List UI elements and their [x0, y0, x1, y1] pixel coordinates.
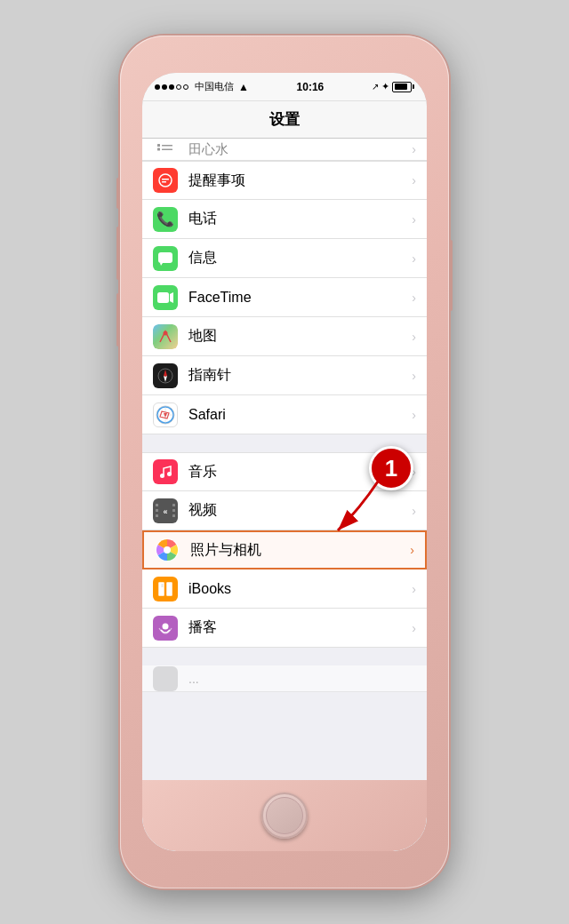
signal-dot-5 [183, 84, 188, 90]
settings-item-partial-bottom[interactable]: ... [142, 665, 427, 692]
settings-item-ibooks[interactable]: iBooks › [142, 570, 427, 609]
safari-icon-svg [156, 405, 175, 425]
settings-item-podcasts[interactable]: 播客 › [142, 609, 427, 648]
maps-chevron: › [412, 330, 416, 344]
settings-item-compass[interactable]: 指南针 › [142, 356, 427, 395]
settings-item-music[interactable]: 音乐 › [142, 452, 427, 491]
signal-dot-4 [176, 84, 181, 90]
list-icon-svg [156, 140, 174, 158]
videos-chevron: › [412, 504, 416, 518]
settings-item-photos[interactable]: 照片与相机 › [142, 530, 427, 570]
reminders-label: 提醒事项 [188, 171, 412, 190]
music-icon [153, 459, 178, 484]
partial-item[interactable]: 田心水 › [142, 139, 427, 161]
facetime-label: FaceTime [188, 290, 412, 306]
settings-group-1: 提醒事项 › 📞 电话 › [142, 161, 427, 434]
navigation-bar: 设置 [142, 101, 427, 139]
settings-item-messages[interactable]: 信息 › [142, 239, 427, 278]
svg-rect-28 [172, 504, 175, 506]
safari-chevron: › [412, 408, 416, 422]
phone-icon: 📞 [153, 207, 178, 232]
settings-item-reminders[interactable]: 提醒事项 › [142, 161, 427, 200]
compass-chevron: › [412, 369, 416, 383]
phone-chevron: › [412, 212, 416, 227]
svg-point-38 [163, 623, 169, 629]
svg-rect-1 [162, 145, 172, 147]
podcasts-icon-svg [156, 619, 174, 637]
home-area [142, 780, 427, 851]
home-button-inner [266, 797, 303, 834]
videos-icon: « [153, 498, 178, 523]
section-gap-2 [142, 648, 427, 665]
settings-item-facetime[interactable]: FaceTime › [142, 278, 427, 317]
facetime-icon-svg [156, 291, 174, 305]
svg-point-4 [159, 174, 172, 187]
svg-rect-9 [157, 292, 169, 303]
svg-rect-27 [156, 514, 158, 517]
mute-button[interactable] [116, 178, 120, 209]
signal-dot-1 [155, 84, 160, 90]
svg-rect-5 [162, 179, 169, 180]
phone-frame: 中国电信 ▲ 10:16 ↗ ✦ 设置 [120, 36, 449, 888]
signal-dot-3 [169, 84, 174, 90]
power-button[interactable] [449, 240, 453, 311]
status-bar: 中国电信 ▲ 10:16 ↗ ✦ [142, 73, 427, 101]
settings-item-phone[interactable]: 📞 电话 › [142, 200, 427, 239]
svg-marker-10 [170, 292, 173, 303]
settings-list[interactable]: 田心水 › 提醒事项 [142, 139, 427, 798]
svg-text:«: « [163, 507, 167, 516]
facetime-icon [153, 285, 178, 310]
safari-icon [153, 402, 178, 427]
screen-content: 中国电信 ▲ 10:16 ↗ ✦ 设置 [142, 73, 427, 851]
svg-point-23 [167, 472, 172, 476]
section-gap [142, 434, 427, 452]
svg-marker-14 [164, 370, 167, 377]
music-label: 音乐 [188, 463, 412, 482]
photos-icon [155, 538, 180, 562]
battery-body [392, 82, 412, 92]
podcasts-icon [153, 616, 178, 641]
settings-item-videos[interactable]: « 视频 › [142, 491, 427, 530]
home-button[interactable] [261, 793, 308, 839]
volume-up-button[interactable] [116, 227, 120, 280]
photos-icon-svg [155, 538, 180, 562]
maps-label: 地图 [188, 327, 412, 346]
status-left: 中国电信 ▲ [155, 80, 249, 93]
compass-icon [153, 363, 178, 388]
status-right: ↗ ✦ [372, 81, 414, 92]
svg-rect-30 [172, 514, 175, 517]
settings-item-safari[interactable]: Safari › [142, 395, 427, 434]
bluetooth-icon: ✦ [381, 81, 389, 92]
signal-right-icon: ↗ [372, 82, 379, 92]
compass-icon-svg [156, 367, 174, 385]
battery-fill [395, 84, 407, 90]
volume-down-button[interactable] [116, 293, 120, 346]
svg-rect-35 [166, 582, 172, 596]
svg-rect-34 [158, 582, 164, 596]
music-chevron: › [412, 465, 416, 479]
signal-dot-2 [162, 84, 167, 90]
svg-rect-29 [172, 509, 175, 512]
messages-icon [153, 246, 178, 271]
settings-group-2: 音乐 › [142, 452, 427, 648]
photos-chevron: › [410, 543, 414, 557]
partial-chevron: › [412, 142, 416, 156]
svg-rect-0 [157, 144, 160, 147]
music-icon-svg [157, 464, 173, 480]
maps-icon [153, 324, 178, 349]
svg-rect-26 [156, 509, 158, 512]
videos-icon-svg: « [155, 503, 176, 519]
messages-label: 信息 [188, 249, 412, 267]
svg-rect-11 [153, 324, 178, 349]
status-time: 10:16 [297, 81, 325, 93]
svg-point-22 [160, 474, 164, 478]
svg-rect-7 [158, 252, 172, 263]
battery-indicator [392, 82, 414, 92]
settings-item-maps[interactable]: 地图 › [142, 317, 427, 356]
phone-screen: 中国电信 ▲ 10:16 ↗ ✦ 设置 [142, 73, 427, 851]
partial-bottom-label: ... [188, 672, 416, 686]
messages-chevron: › [412, 251, 416, 266]
ibooks-icon-svg [156, 581, 174, 597]
svg-rect-25 [156, 504, 158, 506]
compass-label: 指南针 [188, 366, 412, 385]
